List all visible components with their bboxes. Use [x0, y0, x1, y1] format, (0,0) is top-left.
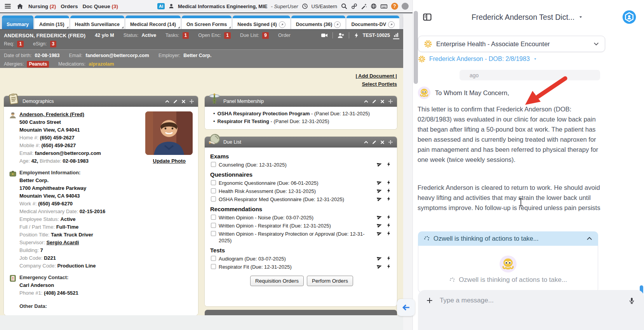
panel-scrollbar-thumb[interactable]: [414, 11, 418, 84]
due-item-checkbox[interactable]: [211, 223, 216, 228]
edit-pencil-icon[interactable]: [173, 99, 178, 104]
send-requisition-icon[interactable]: [376, 222, 383, 229]
chart-stats-icon[interactable]: [393, 32, 399, 38]
edit-pencil-icon[interactable]: [372, 99, 377, 104]
tab-label: Needs Signed (4): [237, 22, 277, 27]
requisition-orders-button[interactable]: Requisition Orders: [250, 276, 304, 286]
quick-action-lightning-icon[interactable]: [353, 32, 360, 38]
wand-icon[interactable]: [361, 3, 367, 9]
search-icon[interactable]: [341, 3, 348, 10]
attach-plus-icon[interactable]: [426, 297, 433, 304]
move-icon[interactable]: [189, 99, 194, 104]
perform-lightning-icon[interactable]: [386, 188, 392, 193]
external-link-icon[interactable]: [279, 21, 285, 28]
hamburger-menu-icon[interactable]: [4, 2, 12, 10]
patient-name-link[interactable]: Anderson, Frederick (Fred): [19, 111, 84, 117]
due-item-checkbox[interactable]: [211, 180, 216, 185]
tab-on-screen-forms[interactable]: On Screen Forms: [182, 16, 231, 29]
clock-icon[interactable]: [302, 3, 308, 9]
collapse-icon[interactable]: [364, 99, 369, 104]
video-call-icon[interactable]: [320, 31, 328, 39]
due-item-checkbox[interactable]: [211, 215, 216, 220]
add-person-icon[interactable]: [337, 32, 345, 39]
due-item-checkbox[interactable]: [211, 264, 216, 269]
collapse-icon[interactable]: [165, 99, 170, 104]
due-item-checkbox[interactable]: [211, 162, 216, 167]
due-list-label: Due List:: [240, 33, 259, 38]
help-icon[interactable]: ?: [391, 3, 398, 10]
ai-badge[interactable]: AI: [157, 3, 165, 9]
tasks-count-badge[interactable]: 1: [183, 32, 189, 39]
send-requisition-icon[interactable]: [376, 263, 383, 270]
thinking-banner[interactable]: Ozwell is thinking of actions to take...: [418, 231, 598, 246]
send-requisition-icon[interactable]: [376, 187, 383, 194]
open-enc-count-badge[interactable]: 1: [224, 32, 231, 39]
tab-needs-signed[interactable]: Needs Signed (4): [233, 16, 290, 29]
globe-icon[interactable]: [371, 3, 377, 9]
send-requisition-icon[interactable]: [376, 179, 383, 186]
due-item-checkbox[interactable]: [211, 188, 216, 193]
send-requisition-icon[interactable]: [376, 214, 383, 221]
due-item-checkbox[interactable]: [211, 256, 216, 261]
move-icon[interactable]: [388, 140, 393, 145]
tab-documents-dv[interactable]: Documents-DV: [346, 16, 399, 29]
perform-orders-button[interactable]: Perform Orders: [307, 276, 353, 286]
edit-pencil-icon[interactable]: [372, 140, 377, 145]
tab-health-surveillance[interactable]: Health Surveillance: [70, 16, 124, 29]
req-count-badge[interactable]: 1: [17, 41, 24, 47]
external-link-icon[interactable]: [388, 21, 395, 28]
employer-label: Employer:: [158, 53, 180, 58]
collapse-panel-back-button[interactable]: [397, 299, 415, 316]
order-label[interactable]: Order: [278, 33, 291, 38]
home-icon[interactable]: [16, 3, 24, 10]
nav-item-orders[interactable]: Orders: [61, 3, 78, 9]
anniversary-label: Medical Anniversary Date:: [19, 208, 78, 214]
due-item-checkbox[interactable]: [211, 196, 216, 201]
tab-admin[interactable]: Admin (15): [35, 16, 69, 29]
send-requisition-icon[interactable]: [376, 230, 383, 237]
patient-context-dropdown[interactable]: Frederick Anderson - DOB: 2/8/1983: [418, 55, 537, 63]
collapse-icon[interactable]: [364, 140, 369, 145]
perform-lightning-icon[interactable]: [386, 264, 392, 269]
perform-lightning-icon[interactable]: [386, 222, 392, 228]
microphone-icon[interactable]: [628, 297, 635, 304]
perform-lightning-icon[interactable]: [386, 214, 392, 220]
supervisor-link[interactable]: Sergio Acardi: [46, 240, 79, 245]
link-icon[interactable]: [351, 3, 357, 9]
allergy-badge[interactable]: Peanuts: [27, 61, 49, 68]
conversation-title-dropdown[interactable]: Frederick Anderson Test Dict...: [432, 13, 622, 22]
chevron-down-icon[interactable]: [593, 41, 599, 47]
close-icon[interactable]: [380, 140, 385, 145]
close-icon[interactable]: [380, 99, 385, 104]
select-portlets-link[interactable]: Select Portlets: [362, 81, 397, 87]
tab-documents[interactable]: Documents (36): [291, 16, 346, 29]
tab-summary[interactable]: Summary: [2, 16, 33, 29]
nav-item-doc-queue[interactable]: Doc Queue (3): [83, 3, 118, 9]
encounter-selector[interactable]: Enterprise Health - Associate Encounter: [418, 36, 605, 52]
perform-lightning-icon[interactable]: [386, 196, 392, 201]
external-link-icon[interactable]: [334, 21, 341, 28]
perform-lightning-icon[interactable]: [386, 180, 392, 185]
keyboard-icon[interactable]: [380, 3, 388, 10]
add-document-link[interactable]: | Add Document |: [356, 73, 397, 79]
bluehive-logo[interactable]: [622, 10, 636, 24]
close-icon[interactable]: [181, 99, 186, 104]
message-input[interactable]: [440, 297, 622, 304]
send-requisition-icon[interactable]: [376, 161, 383, 168]
perform-lightning-icon[interactable]: [386, 255, 392, 261]
esign-count-badge[interactable]: 3: [50, 41, 57, 47]
send-requisition-icon[interactable]: [376, 195, 383, 202]
move-icon[interactable]: [388, 99, 393, 104]
due-list-count-badge[interactable]: 9: [262, 32, 269, 39]
medication-value[interactable]: alprazolam: [89, 61, 114, 67]
send-requisition-icon[interactable]: [376, 255, 383, 262]
tab-medical-record[interactable]: Medical Record (14): [125, 16, 181, 29]
scrollbar-gutter[interactable]: [403, 14, 413, 330]
nav-item-nursing[interactable]: Nursing (2): [28, 3, 56, 9]
perform-lightning-icon[interactable]: [386, 162, 392, 167]
panel-toggle-icon[interactable]: [422, 12, 432, 22]
chevron-up-icon[interactable]: [586, 235, 593, 242]
due-item-checkbox[interactable]: [211, 231, 216, 236]
perform-lightning-icon[interactable]: [386, 231, 392, 236]
user-icon[interactable]: [168, 3, 174, 9]
